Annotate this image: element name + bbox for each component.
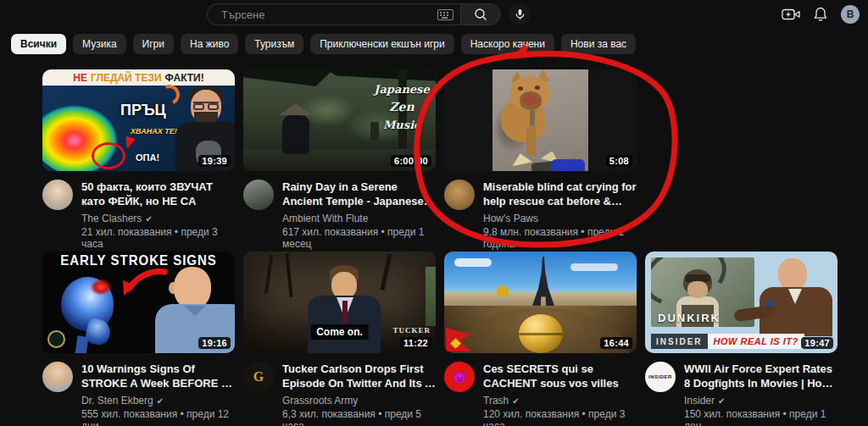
xray-spine bbox=[75, 335, 89, 353]
series-banner: INSIDER HOW REAL IS IT? bbox=[651, 334, 804, 349]
channel-name-text: Trash bbox=[483, 395, 509, 407]
account-avatar[interactable]: B bbox=[841, 5, 860, 24]
channel-avatar[interactable] bbox=[444, 180, 475, 210]
duration-badge: 11:22 bbox=[400, 337, 431, 349]
thumbnail-banner: EARLY STROKE SIGNS bbox=[42, 252, 235, 268]
channel-name-text: How's Paws bbox=[483, 213, 538, 224]
red-arrow-icon bbox=[115, 268, 168, 304]
video-card-circled: 5:08 Miserable blind cat crying for help… bbox=[444, 69, 637, 250]
video-thumbnail[interactable]: Come on. TUCKER 11:22 bbox=[243, 252, 436, 353]
video-card: Japanese Zen Music 6:00:00 Rainy Day in … bbox=[243, 69, 436, 250]
wall-tool bbox=[264, 255, 273, 294]
filter-chips-bar: Всички Музика Игри На живо Туризъм Прикл… bbox=[11, 34, 636, 54]
search-button[interactable] bbox=[460, 3, 501, 25]
video-thumbnail[interactable]: DUNKIRK INSIDER HOW REAL IS IT? 19:47 bbox=[645, 252, 837, 353]
show-watermark: TUCKER bbox=[392, 326, 431, 335]
banner-text-red: НЕ bbox=[73, 72, 87, 84]
create-video-icon bbox=[782, 8, 800, 21]
channel-name[interactable]: Trash ✔ bbox=[483, 395, 637, 407]
channel-name[interactable]: Ambient With Flute ✔ bbox=[282, 213, 436, 224]
video-title[interactable]: Miserable blind cat crying for help resc… bbox=[483, 180, 637, 208]
channel-name-text: Dr. Sten Ekberg bbox=[81, 395, 153, 407]
thumb-word-oops: ОПА! bbox=[136, 152, 159, 163]
channel-avatar[interactable] bbox=[42, 362, 73, 392]
video-stats: 617 хил. показвания • преди 1 месец bbox=[282, 226, 436, 250]
verified-badge-icon: ✔ bbox=[718, 396, 725, 406]
video-stats: 6,3 хил. показвания • преди 5 часа bbox=[282, 408, 436, 426]
cat-photo bbox=[492, 69, 588, 171]
video-title[interactable]: Ces SECRETS qui se CACHENT sous vos vill… bbox=[483, 362, 637, 390]
verified-badge-icon: ✔ bbox=[145, 214, 152, 224]
channel-avatar[interactable] bbox=[243, 180, 274, 210]
channel-name-text: The Clashers bbox=[81, 213, 142, 224]
create-button[interactable] bbox=[782, 8, 800, 21]
verified-badge-icon: ✔ bbox=[157, 396, 164, 406]
video-thumbnail[interactable]: НЕ ГЛЕДАЙ ТЕЗИ ФАКТИ! ПРЪЦ ХВАНАХ ТЕ! ОП… bbox=[42, 69, 235, 171]
header-actions: B bbox=[782, 4, 860, 25]
chip-music[interactable]: Музика bbox=[73, 34, 126, 54]
verified-badge-icon: ✔ bbox=[512, 396, 519, 406]
cat-wound bbox=[523, 95, 537, 105]
golden-dome bbox=[497, 285, 509, 296]
video-stats: 150 хил. показвания • преди 1 ден bbox=[684, 408, 837, 426]
video-stats: 120 хил. показвания • преди 3 часа bbox=[483, 408, 637, 426]
video-thumbnail[interactable]: Japanese Zen Music 6:00:00 bbox=[243, 69, 436, 171]
stroke-highlight bbox=[90, 279, 112, 296]
channel-avatar[interactable]: G bbox=[243, 362, 274, 392]
search-input[interactable] bbox=[220, 8, 437, 22]
red-circle-marker bbox=[92, 142, 125, 169]
red-arrow-icon bbox=[122, 136, 136, 150]
search-box[interactable] bbox=[207, 3, 460, 25]
video-title[interactable]: Rainy Day in a Serene Ancient Temple - J… bbox=[282, 180, 436, 208]
temple-roof bbox=[314, 69, 436, 81]
video-title[interactable]: Tucker Carlson Drops First Episode On Tw… bbox=[282, 362, 436, 390]
video-card: DUNKIRK INSIDER HOW REAL IS IT? 19:47 IN… bbox=[645, 252, 837, 426]
video-thumbnail[interactable]: 16:44 bbox=[444, 252, 637, 353]
channel-avatar[interactable]: 😈 bbox=[444, 362, 475, 392]
blue-bag bbox=[551, 159, 585, 171]
presenter-glasses bbox=[193, 102, 219, 110]
video-stats: 9,8 млн. показвания • преди 1 година bbox=[483, 226, 637, 250]
channel-name[interactable]: How's Paws ✔ bbox=[483, 213, 637, 224]
top-bar: B bbox=[0, 0, 868, 29]
video-thumbnail[interactable]: EARLY STROKE SIGNS 19:16 bbox=[42, 252, 235, 353]
sitting-monk bbox=[282, 115, 309, 154]
channel-avatar[interactable]: INSIDER bbox=[645, 362, 676, 392]
conical-hat bbox=[279, 103, 313, 115]
cat-eye bbox=[535, 86, 540, 90]
chip-live[interactable]: На живо bbox=[181, 34, 238, 54]
chip-new-for-you[interactable]: Нови за вас bbox=[561, 34, 636, 54]
cloud bbox=[570, 263, 618, 271]
banner-text-orange: ГЛЕДАЙ ТЕЗИ bbox=[91, 72, 162, 84]
channel-name[interactable]: Dr. Sten Ekberg ✔ bbox=[81, 395, 235, 407]
duration-badge: 19:47 bbox=[801, 337, 833, 349]
keyboard-icon[interactable] bbox=[437, 9, 453, 20]
video-card: EARLY STROKE SIGNS 19:16 10 Warnings Sig… bbox=[42, 252, 235, 426]
video-thumbnail[interactable]: 5:08 bbox=[444, 69, 637, 171]
chip-adventure-games[interactable]: Приключенски екшън игри bbox=[310, 34, 453, 54]
banner-text-dark: ФАКТИ! bbox=[165, 72, 204, 84]
sphere-band bbox=[519, 333, 563, 335]
channel-name-text: Ambient With Flute bbox=[282, 213, 368, 224]
window-light bbox=[426, 267, 436, 326]
channel-name[interactable]: The Clashers ✔ bbox=[81, 213, 235, 224]
channel-name[interactable]: Grassroots Army ✔ bbox=[282, 395, 436, 407]
channel-name-text: Grassroots Army bbox=[282, 395, 358, 407]
mic-button[interactable] bbox=[509, 3, 531, 25]
channel-avatar[interactable] bbox=[42, 180, 73, 210]
channel-name[interactable]: Insider ✔ bbox=[684, 395, 837, 407]
chip-tourism[interactable]: Туризъм bbox=[245, 34, 303, 54]
video-title[interactable]: 10 Warnings Signs Of STROKE A Week BEFOR… bbox=[81, 362, 235, 390]
chip-recently-uploaded[interactable]: Наскоро качени bbox=[461, 34, 554, 54]
chip-all[interactable]: Всички bbox=[11, 34, 66, 54]
duration-badge: 19:16 bbox=[198, 337, 231, 349]
video-title[interactable]: 50 факта, които ЗВУЧАТ като ФЕЙК, но НЕ … bbox=[81, 180, 235, 208]
channel-logo-watermark bbox=[47, 330, 65, 348]
search-bar bbox=[207, 3, 531, 25]
video-title[interactable]: WWII Air Force Expert Rates 8 Dogfights … bbox=[684, 362, 837, 390]
thumbnail-script-text: Japanese Zen Music bbox=[373, 81, 431, 134]
chip-games[interactable]: Игри bbox=[133, 34, 174, 54]
thumb-word-catch: ХВАНАХ ТЕ! bbox=[131, 127, 177, 136]
video-stats: 555 хил. показвания • преди 12 дни bbox=[81, 408, 235, 426]
notifications-button[interactable] bbox=[814, 7, 827, 22]
